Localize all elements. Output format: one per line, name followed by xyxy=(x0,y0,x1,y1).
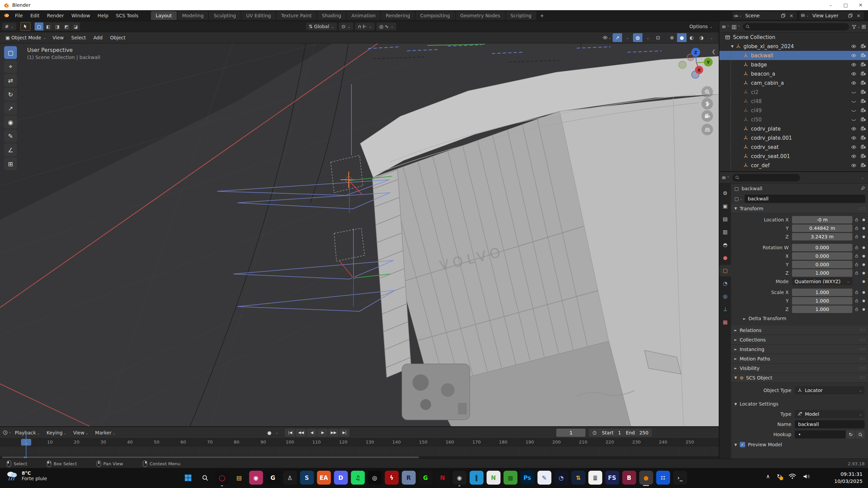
locator-name-field[interactable]: backwall xyxy=(795,420,865,428)
unlock-icon[interactable] xyxy=(852,234,861,239)
menubar-menu[interactable]: File xyxy=(11,11,26,20)
taskbar-app-icon[interactable]: ⇅ xyxy=(571,471,585,485)
new-collection-button[interactable]: ⊞ xyxy=(862,23,866,30)
hookup-browse-button[interactable] xyxy=(856,430,865,438)
taskbar-app-icon[interactable]: ▦ xyxy=(503,471,517,485)
value-slider[interactable]: 0.000 xyxy=(792,261,852,268)
taskbar-app-icon[interactable]: ›_ xyxy=(673,471,687,485)
select-mode-invert[interactable]: ◩ xyxy=(62,22,71,31)
taskbar-app-icon[interactable]: D xyxy=(334,471,348,485)
properties-tab[interactable]: ◎ xyxy=(719,291,731,302)
collapsed-section-header[interactable]: ►Instancing∷∷ xyxy=(731,345,868,354)
properties-tab[interactable]: ● xyxy=(719,252,731,263)
animate-dot[interactable]: ● xyxy=(861,254,867,258)
axis-neg-y[interactable] xyxy=(679,61,686,69)
animate-dot[interactable]: ● xyxy=(861,271,867,275)
animate-dot[interactable]: ● xyxy=(861,246,867,249)
unlock-icon[interactable] xyxy=(852,262,861,267)
viewport-menu[interactable]: Add xyxy=(90,33,106,42)
unlock-icon[interactable] xyxy=(852,217,861,222)
outliner-search-input[interactable] xyxy=(743,23,849,31)
outliner-item[interactable]: codrv_plate.001 xyxy=(719,133,868,142)
copy-scene-icon[interactable] xyxy=(779,13,787,18)
shading-solid-button[interactable]: ● xyxy=(677,33,687,42)
outliner-item[interactable]: cam_cabin_a xyxy=(719,78,868,87)
minimize-button[interactable]: – xyxy=(823,0,838,10)
taskbar-app-icon[interactable]: ϟ xyxy=(385,471,399,485)
taskbar-app-icon[interactable]: ♫ xyxy=(351,471,365,485)
properties-tab[interactable]: ▤ xyxy=(719,213,731,225)
collapsed-section-header[interactable]: ►Visibility∷∷ xyxy=(731,364,868,373)
taskbar-app-icon[interactable]: G xyxy=(266,471,280,485)
timeline-menu[interactable]: Marker⌄ xyxy=(92,428,119,437)
object-type-dropdown[interactable]: Locator⌄ xyxy=(795,386,865,394)
overlays-dropdown[interactable]: ⌄ xyxy=(643,33,652,42)
timeline-editor-type-dropdown[interactable]: ⌄ xyxy=(3,430,11,435)
tray-chevron-icon[interactable]: ∧ xyxy=(766,473,770,480)
gizmo-dropdown[interactable]: ⌄ xyxy=(622,33,632,42)
menubar-menu[interactable]: Help xyxy=(94,11,112,20)
hide-icon[interactable] xyxy=(849,135,859,141)
unlock-icon[interactable] xyxy=(852,254,861,258)
value-slider[interactable]: 1.000 xyxy=(792,269,852,277)
animate-dot[interactable]: ● xyxy=(861,279,867,283)
unlink-scene-icon[interactable]: × xyxy=(787,13,795,18)
zoom-button[interactable] xyxy=(701,86,713,98)
taskbar-app-icon[interactable]: ✎ xyxy=(537,471,551,485)
taskbar-app-icon[interactable]: ≣ xyxy=(588,471,602,485)
outliner-item[interactable]: cor_def xyxy=(719,161,868,170)
transform-orientation-dropdown[interactable]: ⇅Global⌄ xyxy=(306,23,337,30)
hide-icon[interactable] xyxy=(849,62,859,67)
workspace-tab[interactable]: Modeling xyxy=(177,11,209,20)
current-frame-field[interactable]: 1 xyxy=(556,429,585,437)
start-frame[interactable]: Start 1 xyxy=(602,430,621,435)
workspace-tab[interactable]: UV Editing xyxy=(242,11,276,20)
workspace-tab[interactable]: Compositing xyxy=(416,11,455,20)
outliner-item[interactable]: cl2 xyxy=(719,87,868,97)
disable-render-icon[interactable] xyxy=(859,154,868,159)
properties-search-input[interactable] xyxy=(732,174,800,181)
active-tool-indicator[interactable] xyxy=(20,22,31,31)
preview-model-row[interactable]: ▼ ✓ Preview Model xyxy=(731,440,868,450)
value-slider[interactable]: 0.000 xyxy=(792,244,852,251)
blender-menu-icon[interactable] xyxy=(3,12,9,19)
collapsed-section-header[interactable]: ►Relations∷∷ xyxy=(731,326,868,335)
taskbar-app-icon[interactable]: ▤ xyxy=(232,471,246,485)
taskbar-app-icon[interactable]: Ps xyxy=(520,471,534,485)
shading-wireframe-button[interactable]: ⊕ xyxy=(667,33,677,42)
xray-toggle[interactable]: ⊡ xyxy=(653,33,663,42)
properties-tab[interactable]: ▦ xyxy=(719,316,731,328)
timeline-ruler[interactable]: 1020304050607080901001101201301401501601… xyxy=(0,438,719,446)
viewport-tool-button[interactable]: ▢ xyxy=(4,46,17,59)
properties-tab[interactable]: ⊥ xyxy=(719,304,731,315)
disable-render-icon[interactable] xyxy=(859,163,868,168)
shading-rendered-button[interactable]: ◑ xyxy=(697,33,706,42)
expand-triangle-icon[interactable]: ▼ xyxy=(731,44,734,48)
animate-dot[interactable]: ● xyxy=(861,307,867,311)
disable-render-icon[interactable] xyxy=(859,135,868,141)
camera-view-button[interactable] xyxy=(701,110,713,122)
keying-dropdown[interactable]: ⌄ xyxy=(275,431,278,434)
volume-icon[interactable] xyxy=(803,473,810,480)
outliner-item[interactable]: cl49 xyxy=(719,106,868,115)
hide-icon[interactable] xyxy=(849,80,859,86)
show-gizmo-toggle[interactable]: ↗ xyxy=(613,33,622,42)
navigation-gizmo[interactable]: Z Y X xyxy=(677,43,717,84)
viewport-menu[interactable]: Object xyxy=(106,33,129,42)
outliner-group-row[interactable]: ▼ globe_xl_aero_2024 xyxy=(719,42,868,51)
playback-button[interactable]: ▶ xyxy=(317,429,328,437)
hookup-refresh-button[interactable]: ↻ xyxy=(846,430,855,438)
outliner-item[interactable]: beacon_a xyxy=(719,69,868,78)
hookup-field[interactable]: • xyxy=(795,430,846,438)
value-slider[interactable]: -0 m xyxy=(792,216,852,223)
taskbar-app-icon[interactable]: FS xyxy=(605,471,619,485)
properties-tab[interactable]: ▣ xyxy=(719,200,731,212)
transform-section-header[interactable]: ▼Transform∷∷ xyxy=(731,204,868,213)
workspace-tab[interactable]: Texture Paint xyxy=(276,11,316,20)
locator-type-dropdown[interactable]: Model⌄ xyxy=(795,410,865,418)
viewport-tool-button[interactable]: ✎ xyxy=(4,130,17,142)
outliner-filter-mode-icon[interactable]: ▥⌄ xyxy=(732,23,740,30)
outliner-item[interactable]: cl48 xyxy=(719,97,868,106)
properties-options-dropdown[interactable]: ⌄ xyxy=(861,176,864,179)
weather-widget[interactable]: 8°C Forte pluie xyxy=(5,470,47,482)
